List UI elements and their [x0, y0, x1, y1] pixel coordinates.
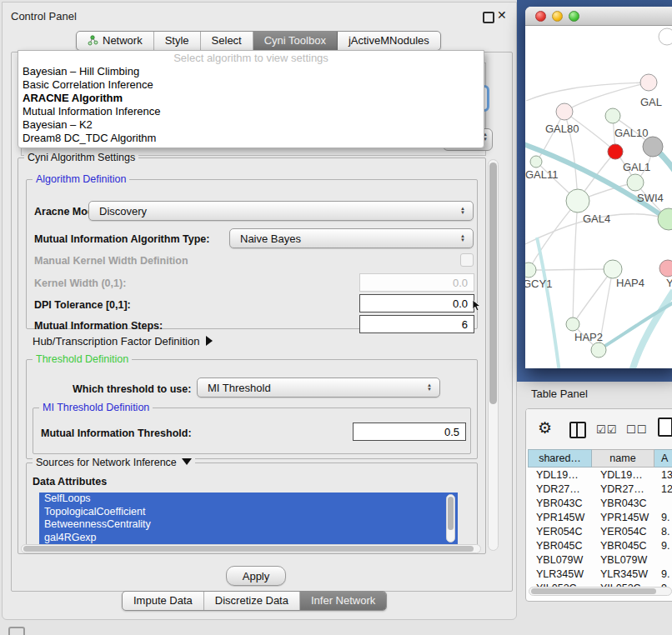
zoom-traffic-light[interactable]	[569, 11, 579, 22]
network-node[interactable]	[530, 156, 542, 168]
column-header-name[interactable]: name	[592, 449, 654, 468]
settings-vertical-scrollbar[interactable]	[488, 159, 499, 551]
settings-horizontal-scrollbar[interactable]	[21, 544, 481, 553]
hub-definition-toggle[interactable]: Hub/Transcription Factor Definition	[33, 335, 213, 348]
network-node[interactable]	[608, 144, 623, 159]
network-edge[interactable]	[573, 201, 578, 324]
apply-button[interactable]: Apply	[226, 566, 286, 586]
network-edge[interactable]	[529, 201, 578, 270]
sources-legend[interactable]: Sources for Network Inference	[33, 457, 195, 468]
network-node[interactable]	[525, 262, 536, 278]
table-row[interactable]: YER054CYER054C8.	[528, 524, 672, 538]
table-cell[interactable]: 8.	[654, 524, 672, 538]
algorithm-option[interactable]: Dream8 DC_TDC Algorithm	[18, 132, 484, 145]
table-cell[interactable]: YER054C	[528, 524, 592, 538]
network-node[interactable]	[659, 260, 672, 277]
network-edge[interactable]	[537, 238, 559, 368]
network-window-titlebar[interactable]	[525, 7, 672, 26]
aracne-mode-select[interactable]: Discovery ▲▼	[88, 201, 474, 221]
network-edge[interactable]	[526, 82, 649, 101]
table-cell[interactable]: YBL079W	[528, 552, 592, 567]
table-cell[interactable]: YDR27…	[528, 482, 592, 496]
network-node[interactable]	[591, 342, 606, 358]
minimize-traffic-light[interactable]	[552, 11, 563, 22]
close-traffic-light[interactable]	[535, 11, 546, 22]
tab-infer-network[interactable]: Infer Network	[300, 592, 386, 610]
table-row[interactable]: YPR145WYPR145W9.	[528, 510, 672, 524]
float-window-icon[interactable]	[483, 12, 494, 23]
data-attributes-list[interactable]: SelfLoopsTopologicalCoefficientBetweenne…	[39, 492, 458, 544]
dpi-tolerance-field[interactable]: 0.0	[359, 294, 474, 312]
table-cell[interactable]: YLR345W	[592, 567, 654, 581]
table-cell[interactable]: YDL19…	[592, 468, 654, 482]
table-cell[interactable]: 12	[654, 482, 672, 496]
which-threshold-select[interactable]: MI Threshold ▲▼	[197, 378, 440, 398]
network-edge[interactable]	[631, 291, 672, 368]
tab-jactivemnodules[interactable]: jActiveMNodules	[338, 32, 440, 50]
mi-threshold-field[interactable]: 0.5	[353, 422, 466, 441]
tab-impute-data[interactable]: Impute Data	[123, 592, 204, 610]
network-edge[interactable]	[564, 82, 649, 112]
table-cell[interactable]: YDR27…	[592, 482, 654, 496]
attribute-item-selected[interactable]: gal4RGexp	[39, 532, 458, 545]
table-cell[interactable]: YPR145W	[592, 510, 654, 524]
table-row[interactable]: YBR043CYBR043C	[528, 496, 672, 510]
tab-cyni-toolbox[interactable]: Cyni Toolbox	[253, 32, 338, 50]
attribute-item-selected[interactable]: BetweennessCentrality	[39, 518, 458, 532]
network-node[interactable]	[627, 174, 644, 191]
table-cell[interactable]: YDL19…	[528, 468, 592, 482]
tab-style[interactable]: Style	[154, 32, 201, 50]
network-node[interactable]	[556, 103, 573, 120]
settings-gear-icon[interactable]: ⚙	[538, 418, 552, 438]
scrollbar-thumb[interactable]	[489, 162, 497, 404]
mi-steps-field[interactable]: 6	[359, 315, 474, 333]
table-cell[interactable]: YBR045C	[528, 538, 592, 552]
network-edge[interactable]	[529, 269, 613, 270]
table-cell[interactable]: YBR043C	[528, 496, 592, 510]
attribute-item-selected[interactable]: SelfLoops	[39, 492, 458, 506]
attribute-item-selected[interactable]: TopologicalCoefficient	[39, 506, 458, 519]
network-node[interactable]	[566, 318, 579, 331]
table-row[interactable]: YBL079WYBL079W	[528, 552, 672, 567]
table-cell[interactable]: 13	[654, 468, 672, 482]
table-cell[interactable]: 9.	[654, 538, 672, 552]
column-header-third[interactable]: A	[654, 449, 672, 468]
table-cell[interactable]: YLR345W	[528, 567, 592, 581]
table-cell[interactable]	[654, 552, 672, 567]
tab-select[interactable]: Select	[201, 32, 253, 50]
table-cell[interactable]: YBR045C	[592, 538, 654, 552]
tab-network[interactable]: Network	[77, 32, 154, 50]
table-horizontal-scrollbar[interactable]	[529, 587, 672, 596]
network-node[interactable]	[605, 108, 620, 123]
algorithm-option[interactable]: ARACNE Algorithm	[18, 92, 484, 105]
close-icon[interactable]: ✕	[497, 8, 507, 22]
document-icon[interactable]	[658, 418, 672, 437]
table-row[interactable]: YDR27…YDR27…12	[528, 482, 672, 496]
column-header-shared-name[interactable]: shared…	[528, 449, 592, 468]
network-edge[interactable]	[599, 302, 672, 350]
kernel-width-field[interactable]: 0.0	[359, 273, 474, 292]
algorithm-option[interactable]: Mutual Information Inference	[18, 105, 484, 118]
table-cell[interactable]: YBR043C	[592, 496, 654, 510]
minimized-panel-icon[interactable]	[8, 627, 25, 635]
network-node[interactable]	[566, 189, 589, 212]
algorithm-option[interactable]: Basic Correlation Inference	[18, 78, 484, 92]
network-edge[interactable]	[573, 269, 613, 324]
scrollbar-thumb[interactable]	[531, 588, 656, 594]
network-node[interactable]	[640, 74, 657, 91]
table-row[interactable]: YLR345WYLR345W9.	[528, 567, 672, 581]
table-cell[interactable]	[654, 496, 672, 510]
network-node[interactable]	[659, 28, 672, 45]
network-node[interactable]	[604, 260, 622, 278]
select-all-icon[interactable]: ☑☑	[596, 423, 617, 436]
table-cell[interactable]: YER054C	[592, 524, 654, 538]
deselect-all-icon[interactable]: ☐☐	[626, 423, 647, 436]
split-columns-icon[interactable]	[569, 422, 586, 438]
table-cell[interactable]: YBL079W	[592, 552, 654, 567]
network-canvas[interactable]: GALGAL80GAL10GAL11GAL1SWI4GAL4GCY1HAP4YH…	[525, 26, 672, 368]
tab-discretize-data[interactable]: Discretize Data	[204, 592, 300, 610]
manual-kernel-checkbox[interactable]	[460, 253, 474, 267]
table-row[interactable]: YBR045CYBR045C9.	[528, 538, 672, 552]
table-cell[interactable]: 9.	[654, 510, 672, 524]
table-row[interactable]: YDL19…YDL19…13	[528, 468, 672, 482]
